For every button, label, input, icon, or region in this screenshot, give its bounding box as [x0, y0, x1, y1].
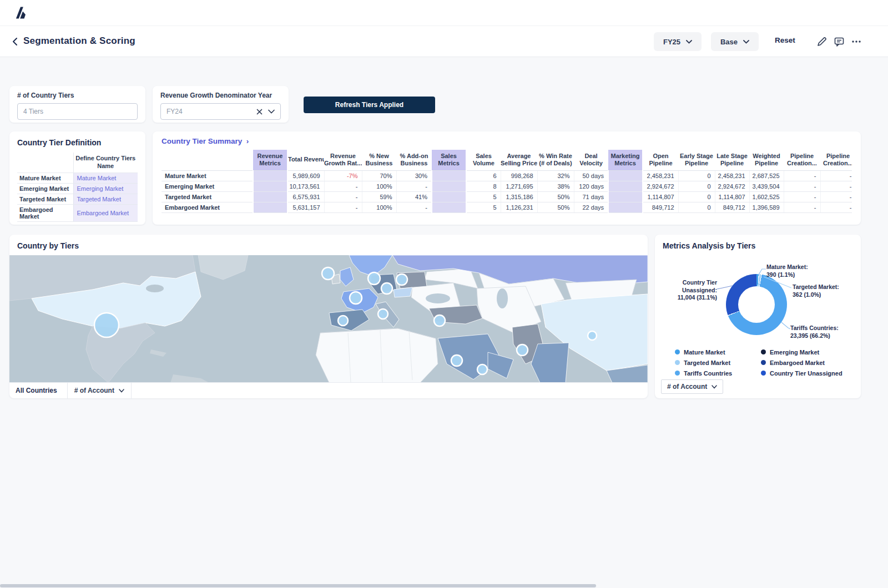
- map-bubble-saudi-arabia[interactable]: [451, 355, 462, 366]
- summary-cell[interactable]: -: [784, 181, 820, 191]
- summary-cell[interactable]: 5,631,157: [287, 202, 324, 212]
- summary-cell[interactable]: [432, 181, 466, 191]
- summary-cell[interactable]: 2,458,231: [715, 170, 749, 181]
- map-bubble-ireland[interactable]: [322, 267, 334, 280]
- summary-cell[interactable]: [608, 191, 643, 202]
- summary-cell[interactable]: [432, 202, 466, 212]
- summary-cell[interactable]: 2,924,672: [715, 181, 749, 191]
- summary-cell[interactable]: 1,114,807: [715, 191, 749, 202]
- tiers-donut-chart[interactable]: [726, 274, 787, 335]
- summary-cell[interactable]: 30%: [396, 170, 432, 181]
- summary-cell[interactable]: 50%: [537, 191, 574, 202]
- tier-name-cell[interactable]: Mature Market: [73, 173, 138, 183]
- country-tiers-input[interactable]: 4 Tiers: [17, 103, 138, 120]
- tier-name-cell[interactable]: Emerging Market: [73, 183, 138, 194]
- map-bubble-poland[interactable]: [396, 274, 407, 285]
- summary-cell[interactable]: 120 days: [574, 181, 608, 191]
- summary-cell[interactable]: [608, 181, 643, 191]
- summary-cell[interactable]: -: [784, 202, 820, 212]
- summary-cell[interactable]: 2,924,672: [643, 181, 678, 191]
- world-map[interactable]: [9, 255, 648, 383]
- summary-cell[interactable]: 100%: [362, 202, 396, 212]
- summary-cell[interactable]: 849,712: [715, 202, 749, 212]
- summary-cell[interactable]: 2,687,525: [749, 170, 784, 181]
- summary-cell[interactable]: 5,989,609: [287, 170, 324, 181]
- metrics-measure-dropdown[interactable]: # of Account: [661, 379, 723, 394]
- scenario-dropdown[interactable]: Base: [711, 32, 759, 51]
- map-bubble-germany[interactable]: [368, 272, 380, 285]
- summary-cell[interactable]: [608, 170, 643, 181]
- summary-cell[interactable]: 10,173,561: [287, 181, 324, 191]
- summary-cell[interactable]: [253, 191, 287, 202]
- summary-cell[interactable]: -: [784, 191, 820, 202]
- map-bubble-italy[interactable]: [378, 309, 388, 319]
- clear-x-icon[interactable]: [256, 109, 263, 115]
- tier-name-cell[interactable]: Embargoed Market: [73, 204, 138, 221]
- map-bubble-pakistan[interactable]: [517, 344, 528, 356]
- map-bubble-united-states[interactable]: [94, 313, 119, 337]
- chevron-down-icon[interactable]: [268, 109, 275, 114]
- summary-cell[interactable]: -: [820, 170, 852, 181]
- map-bubble-france[interactable]: [350, 292, 362, 304]
- summary-cell[interactable]: -: [324, 202, 362, 212]
- summary-cell[interactable]: -: [820, 202, 852, 212]
- back-icon[interactable]: [11, 37, 20, 46]
- summary-cell[interactable]: 8: [466, 181, 501, 191]
- summary-cell[interactable]: 1,271,695: [501, 181, 537, 191]
- more-options-icon[interactable]: [851, 36, 862, 47]
- summary-cell[interactable]: 6,575,931: [287, 191, 324, 202]
- summary-cell[interactable]: -: [324, 181, 362, 191]
- summary-cell[interactable]: -: [784, 170, 820, 181]
- edit-pencil-icon[interactable]: [816, 36, 828, 47]
- summary-cell[interactable]: 32%: [537, 170, 574, 181]
- summary-cell[interactable]: 2,458,231: [643, 170, 678, 181]
- summary-cell[interactable]: 1,396,589: [749, 202, 784, 212]
- summary-cell[interactable]: [253, 170, 287, 181]
- summary-cell[interactable]: -: [820, 191, 852, 202]
- map-bubble-china[interactable]: [588, 331, 597, 340]
- legend-item[interactable]: Country Tier Unassigned: [761, 368, 842, 378]
- summary-cell[interactable]: 38%: [537, 181, 574, 191]
- summary-cell[interactable]: 100%: [362, 181, 396, 191]
- tier-name-cell[interactable]: Targeted Market: [73, 194, 138, 204]
- summary-cell[interactable]: 0: [678, 170, 715, 181]
- legend-item[interactable]: Embargoed Market: [761, 357, 842, 368]
- summary-cell[interactable]: 3,439,504: [749, 181, 784, 191]
- summary-cell[interactable]: 50 days: [574, 170, 608, 181]
- summary-cell[interactable]: -: [820, 181, 852, 191]
- refresh-tiers-button[interactable]: Refresh Tiers Applied: [304, 97, 435, 113]
- summary-cell[interactable]: -7%: [324, 170, 362, 181]
- summary-cell[interactable]: 0: [678, 202, 715, 212]
- summary-cell[interactable]: 1,114,807: [643, 191, 678, 202]
- summary-table-scroll[interactable]: RevenueMetricsTotal RevenueRevenueGrowth…: [162, 150, 852, 213]
- summary-cell[interactable]: -: [396, 202, 432, 212]
- denominator-year-dropdown[interactable]: FY24: [160, 103, 281, 120]
- summary-cell[interactable]: 5: [466, 202, 501, 212]
- legend-item[interactable]: Emerging Market: [761, 347, 842, 357]
- summary-cell[interactable]: 6: [466, 170, 501, 181]
- summary-cell[interactable]: 5: [466, 191, 501, 202]
- legend-item[interactable]: Tariffs Countries: [675, 368, 761, 378]
- summary-cell[interactable]: [432, 170, 466, 181]
- summary-cell[interactable]: 0: [678, 191, 715, 202]
- map-bubble-united-arab-emirates[interactable]: [477, 364, 487, 374]
- map-measure-dropdown[interactable]: # of Account: [67, 383, 132, 399]
- summary-cell[interactable]: -: [324, 191, 362, 202]
- summary-cell[interactable]: [608, 202, 643, 212]
- summary-cell[interactable]: 50%: [537, 202, 574, 212]
- summary-cell[interactable]: 70%: [362, 170, 396, 181]
- map-bubble-spain[interactable]: [338, 316, 348, 326]
- summary-cell[interactable]: [253, 181, 287, 191]
- map-bubble-czechia[interactable]: [381, 283, 392, 294]
- legend-item[interactable]: Mature Market: [675, 347, 761, 357]
- summary-cell[interactable]: 849,712: [643, 202, 678, 212]
- summary-cell[interactable]: -: [396, 181, 432, 191]
- summary-cell[interactable]: 1,126,231: [501, 202, 537, 212]
- summary-cell[interactable]: 0: [678, 181, 715, 191]
- summary-cell[interactable]: 1,602,525: [749, 191, 784, 202]
- summary-cell[interactable]: 41%: [396, 191, 432, 202]
- horizontal-scrollbar[interactable]: [0, 584, 596, 587]
- summary-cell[interactable]: 998,268: [501, 170, 537, 181]
- reset-button[interactable]: Reset: [775, 36, 795, 44]
- summary-title-link[interactable]: Country Tier Summary ›: [162, 137, 852, 145]
